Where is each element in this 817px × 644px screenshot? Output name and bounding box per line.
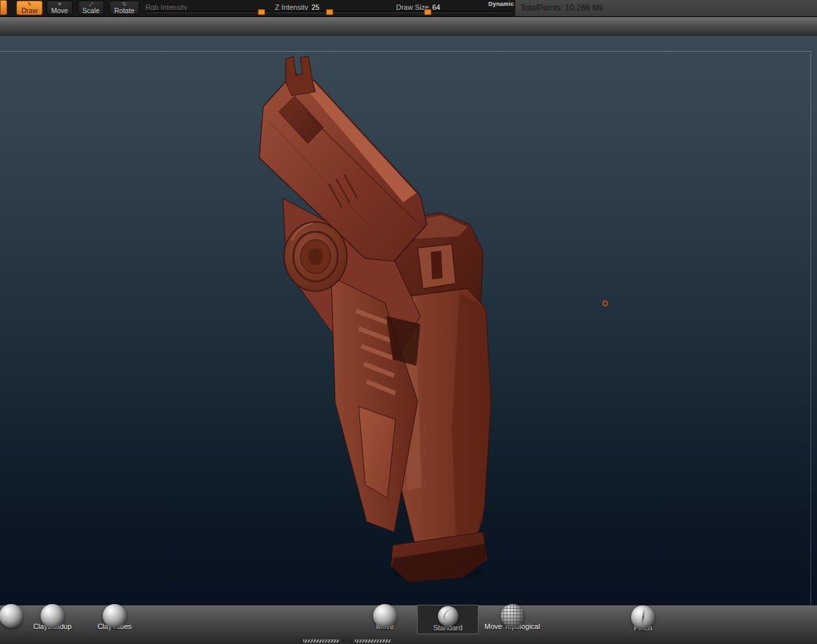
brush-move-topological[interactable]: Move Topological (481, 604, 543, 630)
z-intensity-handle[interactable] (326, 9, 333, 15)
rgb-intensity-slider[interactable]: Rgb Intensity (145, 1, 270, 15)
rotate-tool-label: Rotate (115, 7, 135, 14)
document-canvas[interactable] (0, 36, 817, 605)
move-tool-label: Move (51, 7, 68, 14)
tray-collapse-control: ▲ ▼ (303, 637, 391, 644)
brush-claybuildup[interactable]: ClayBuildup (23, 604, 82, 630)
pinch-brush-icon (631, 605, 655, 629)
hatch-divider (303, 639, 339, 643)
dynamic-toggle[interactable]: Dynamic (488, 1, 514, 7)
move-topological-brush-icon (501, 604, 524, 628)
clipped-button-fragment[interactable] (0, 0, 7, 15)
draw-tool-button[interactable]: ✎ Draw (16, 1, 43, 15)
move-tool-button[interactable]: ✛ Move (46, 1, 73, 15)
claytubes-brush-icon (103, 604, 126, 628)
total-points-label: TotalPoints: 10.269 Mil (520, 3, 603, 12)
brush-claytubes[interactable]: ClayTubes (85, 604, 144, 630)
status-bar: TotalPoints: 10.269 Mil (515, 0, 817, 16)
brush-tray: ClayBuildup ClayTubes Move Standard Move… (0, 605, 817, 644)
collapse-up-icon[interactable]: ▲ (341, 638, 346, 643)
partial-brush-icon (0, 604, 23, 628)
hatch-divider (355, 639, 391, 643)
draw-size-handle[interactable] (424, 9, 431, 15)
scale-tool-label: Scale (82, 7, 100, 14)
brush-pinch[interactable]: Pinch (613, 605, 672, 632)
sculpt-model-pistol[interactable] (0, 36, 817, 605)
draw-size-track[interactable] (396, 10, 513, 13)
collapse-down-icon[interactable]: ▼ (348, 638, 354, 643)
rgb-intensity-track[interactable] (145, 10, 270, 13)
draw-tool-label: Draw (22, 7, 38, 14)
rotate-tool-button[interactable]: ↻ Rotate (109, 1, 139, 15)
brush-standard-selected[interactable]: Standard (417, 605, 479, 634)
move-brush-icon (373, 604, 397, 628)
scale-tool-button[interactable]: ⤢ Scale (78, 1, 104, 15)
standard-brush-icon (438, 606, 458, 626)
top-toolbar: ✎ Draw ✛ Move ⤢ Scale ↻ Rotate Rgb Inten… (0, 0, 817, 17)
toolbar-divider-band (0, 17, 817, 36)
z-intensity-track[interactable] (275, 10, 401, 13)
rgb-intensity-handle[interactable] (258, 9, 265, 15)
z-intensity-slider[interactable]: Z Intensity25 (275, 1, 401, 15)
claybuildup-brush-icon (41, 604, 64, 628)
draw-cursor-ring (602, 300, 608, 306)
brush-move[interactable]: Move (355, 604, 414, 630)
